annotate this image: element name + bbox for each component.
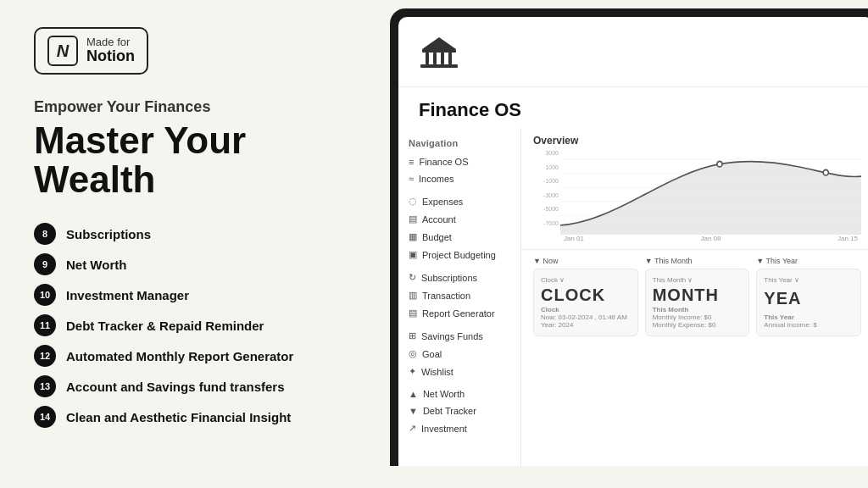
sidebar-item[interactable]: ≈ Incomes [398, 170, 520, 187]
sidebar-item-label: Savings Funds [421, 331, 483, 341]
feature-label: Automated Monthly Report Generator [66, 349, 293, 363]
sidebar-item-label: Transaction [422, 291, 470, 301]
svg-rect-1 [426, 53, 429, 64]
screen-body: Navigation ≡ Finance OS ≈ Incomes ◌ Expe… [398, 128, 868, 466]
widget-box: Clock ∨ CLOCK Clock Now: 03-02-2024 , 01… [533, 269, 638, 336]
widget-large-text: CLOCK [541, 286, 631, 305]
widget-meta3: Monthly Expense: $0 [653, 321, 743, 329]
main-title: Master Your Wealth [34, 121, 356, 199]
sidebar-item-label: Subscriptions [421, 273, 477, 283]
widget-large-text: YEA [764, 289, 854, 308]
notion-badge: N Made for Notion [34, 27, 148, 75]
sidebar-item[interactable]: ▦ Budget [398, 228, 520, 246]
svg-point-13 [717, 161, 722, 167]
feature-number: 8 [34, 223, 56, 245]
sidebar-item[interactable]: ◎ Goal [398, 345, 520, 363]
svg-point-14 [823, 169, 828, 175]
widget-box: This Month ∨ MONTH This Month Monthly In… [645, 269, 750, 336]
sidebar-item-icon: ▣ [409, 249, 417, 260]
bank-icon [419, 34, 459, 78]
feature-list: 8 Subscriptions 9 Net Worth 10 Investmen… [34, 223, 356, 428]
widget-large-text: MONTH [653, 286, 743, 305]
left-panel: N Made for Notion Empower Your Finances … [0, 0, 390, 488]
chart-x-labels: Jan 01 Jan 08 Jan 15 [560, 235, 861, 242]
svg-marker-6 [422, 37, 456, 49]
sidebar-item[interactable]: ▼ Debt Tracker [398, 402, 520, 419]
widget-header: ▼ This Year [756, 257, 861, 265]
sidebar-item-icon: ▤ [409, 308, 417, 319]
sidebar-item-icon: ▼ [409, 406, 418, 416]
widget-header: ▼ This Month [645, 257, 750, 265]
right-panel: Finance OS Navigation ≡ Finance OS ≈ Inc… [390, 0, 868, 488]
feature-item: 9 Net Worth [34, 253, 356, 275]
feature-item: 8 Subscriptions [34, 223, 356, 245]
chart-y-labels: 3000 1000 -1000 -3000 -5000 -7000 [535, 150, 559, 226]
widget-meta1: Clock [541, 306, 631, 313]
made-for-label: Made for [86, 36, 135, 48]
widget-col-1: ▼ This Month This Month ∨ MONTH This Mon… [645, 257, 750, 336]
svg-rect-4 [448, 53, 452, 64]
widget-box: This Year ∨ YEA This Year Annual Income:… [756, 269, 861, 336]
feature-label: Debt Tracker & Repaid Reminder [66, 319, 264, 333]
chart-container [560, 150, 861, 235]
sidebar-item[interactable]: ▤ Report Generator [398, 304, 520, 322]
feature-label: Subscriptions [66, 227, 151, 241]
feature-number: 12 [34, 345, 56, 367]
sidebar-item-label: Expenses [422, 197, 463, 207]
app-sidebar: Navigation ≡ Finance OS ≈ Incomes ◌ Expe… [398, 128, 521, 466]
widget-meta2: Annual Income: $ [764, 321, 854, 329]
svg-rect-3 [441, 53, 444, 64]
sidebar-item[interactable]: ▥ Transaction [398, 286, 520, 304]
sidebar-item[interactable]: ↗ Investment [398, 419, 520, 437]
sidebar-item-label: Wishlist [421, 367, 453, 377]
sidebar-item-icon: ↗ [409, 423, 416, 434]
sidebar-item[interactable]: ↻ Subscriptions [398, 269, 520, 286]
sidebar-item-label: Investment [421, 424, 467, 434]
sidebar-item-icon: ↻ [409, 272, 416, 283]
widget-col-2: ▼ This Year This Year ∨ YEA This Year An… [756, 257, 861, 336]
feature-number: 10 [34, 284, 56, 306]
svg-rect-2 [433, 53, 437, 64]
sidebar-item-label: Goal [422, 349, 442, 359]
app-main: Overview 3000 1000 -1000 -3000 -5000 -70… [521, 128, 868, 466]
sidebar-item[interactable]: ▣ Project Budgeting [398, 246, 520, 263]
sidebar-item-icon: ▤ [409, 214, 417, 225]
sidebar-item-icon: ≡ [409, 157, 414, 167]
sidebar-item-label: Account [422, 214, 456, 225]
widget-col-0: ▼ Now Clock ∨ CLOCK Clock Now: 03-02-202… [533, 257, 638, 336]
sidebar-item-icon: ▲ [409, 389, 418, 399]
feature-item: 14 Clean and Aesthetic Financial Insight [34, 406, 356, 428]
feature-number: 11 [34, 314, 56, 336]
sidebar-item-label: Report Generator [422, 308, 495, 319]
notion-logo: N [47, 36, 78, 66]
sidebar-item[interactable]: ✦ Wishlist [398, 363, 520, 380]
widget-meta2: Now: 03-02-2024 , 01:48 AM [541, 313, 631, 321]
chart-area: Jan 01 Jan 08 Jan 15 [560, 150, 861, 246]
svg-rect-0 [422, 49, 456, 53]
feature-label: Clean and Aesthetic Financial Insight [66, 410, 291, 424]
sidebar-item[interactable]: ▲ Net Worth [398, 385, 520, 402]
svg-rect-5 [420, 64, 458, 68]
sidebar-item[interactable]: ≡ Finance OS [398, 153, 520, 170]
sidebar-item[interactable]: ◌ Expenses [398, 192, 520, 210]
notion-text: Made for Notion [86, 36, 135, 65]
feature-item: 13 Account and Savings fund transfers [34, 375, 356, 397]
widget-meta3: Year: 2024 [541, 321, 631, 329]
feature-label: Net Worth [66, 258, 126, 272]
widget-meta2: Monthly Income: $0 [653, 313, 743, 321]
feature-label: Account and Savings fund transfers [66, 380, 285, 394]
sidebar-item-label: Net Worth [423, 389, 465, 399]
widget-sub-label: This Month ∨ [653, 276, 743, 284]
sidebar-item-icon: ◎ [409, 348, 417, 359]
feature-item: 11 Debt Tracker & Repaid Reminder [34, 314, 356, 336]
widget-sub-label: Clock ∨ [541, 276, 631, 284]
app-title: Finance OS [419, 99, 853, 121]
nav-label: Navigation [398, 135, 520, 153]
sidebar-item-label: Budget [422, 232, 452, 242]
device-frame: Finance OS Navigation ≡ Finance OS ≈ Inc… [390, 8, 868, 466]
feature-number: 14 [34, 406, 56, 428]
device-screen: Finance OS Navigation ≡ Finance OS ≈ Inc… [398, 17, 868, 466]
feature-item: 12 Automated Monthly Report Generator [34, 345, 356, 367]
sidebar-item[interactable]: ▤ Account [398, 210, 520, 228]
sidebar-item[interactable]: ⊞ Savings Funds [398, 327, 520, 345]
